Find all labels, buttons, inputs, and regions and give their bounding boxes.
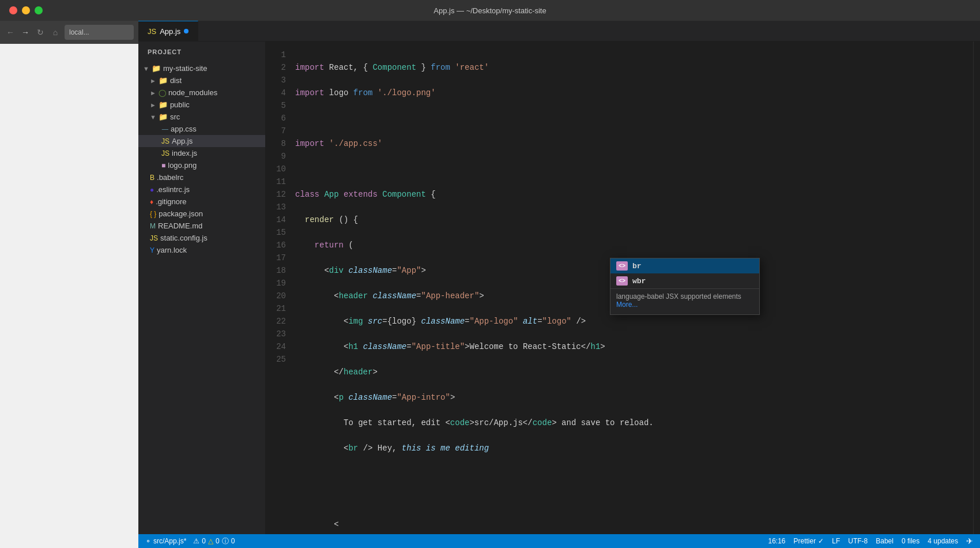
sidebar-item-node-modules[interactable]: ► ◯ node_modules xyxy=(138,87,265,99)
json-file-icon: { } xyxy=(150,210,156,218)
folder-label: src xyxy=(170,112,180,121)
code-editor[interactable]: 12345 678910 1112131415 1617181920 21222… xyxy=(265,42,980,534)
maximize-button[interactable] xyxy=(35,6,43,14)
file-label: yarn.lock xyxy=(157,246,187,254)
js-file-icon: JS xyxy=(148,27,156,36)
status-left: ⚬ src/App.js* ⚠ 0 △ 0 ⓘ 0 xyxy=(145,536,235,546)
browser-reload-button[interactable]: ↻ xyxy=(35,27,46,38)
code-line-15: To get started, edit <code>src/App.js</c… xyxy=(295,416,973,429)
code-line-14: <p className="App-intro"> xyxy=(295,391,973,404)
autocomplete-item-icon: <> xyxy=(616,261,628,271)
status-eol[interactable]: LF xyxy=(832,537,840,545)
autocomplete-more-link[interactable]: More... xyxy=(616,301,638,309)
sidebar-item-babelrc[interactable]: B .babelrc xyxy=(138,171,265,183)
tab-app-js[interactable]: JS App.js xyxy=(138,21,198,42)
autocomplete-detail: language-babel JSX supported elements Mo… xyxy=(610,288,759,314)
status-prettier[interactable]: Prettier ✓ xyxy=(794,537,824,545)
autocomplete-item-wbr[interactable]: <> wbr xyxy=(610,273,759,288)
file-label: static.config.js xyxy=(160,234,208,242)
info-count: 0 xyxy=(231,537,235,545)
folder-label: my-static-site xyxy=(163,64,208,73)
window-title: App.js — ~/Desktop/my-static-site xyxy=(434,6,546,15)
file-label: .gitignore xyxy=(156,197,186,206)
warning-count: 0 xyxy=(216,537,220,545)
file-label: .babelrc xyxy=(157,173,183,182)
status-encoding[interactable]: UTF-8 xyxy=(848,537,868,545)
file-label: .eslintrc.js xyxy=(156,185,190,194)
minimize-button[interactable] xyxy=(22,6,30,14)
browser-home-button[interactable]: ⌂ xyxy=(50,27,61,38)
folder-label: node_modules xyxy=(168,88,217,97)
status-updates[interactable]: 4 updates xyxy=(928,537,958,545)
status-files[interactable]: 0 files xyxy=(902,537,919,545)
autocomplete-item-label: br xyxy=(632,262,642,271)
file-tree: ▼ 📁 my-static-site ► 📁 dist ► xyxy=(138,60,265,534)
code-line-11: <img src={logo} className="App-logo" alt… xyxy=(295,315,973,328)
code-line-17 xyxy=(295,467,973,480)
code-line-7: render () { xyxy=(295,213,973,226)
position-label: 16:16 xyxy=(768,537,785,545)
minimap xyxy=(973,42,980,534)
sidebar-item-logo-png[interactable]: ■ logo.png xyxy=(138,159,265,171)
sidebar-item-my-static-site[interactable]: ▼ 📁 my-static-site xyxy=(138,62,265,74)
folder-icon: 📁 xyxy=(159,76,168,85)
code-line-6: class App extends Component { xyxy=(295,188,973,201)
sidebar-item-package-json[interactable]: { } package.json xyxy=(138,208,265,220)
sidebar-item-static-config[interactable]: JS static.config.js xyxy=(138,232,265,244)
autocomplete-dropdown[interactable]: <> br <> wbr language-babel JSX supporte… xyxy=(610,258,760,315)
main-container: ← → ↻ ⌂ local... JS App.js Project xyxy=(0,21,980,548)
git-icon: ✈ xyxy=(966,536,973,546)
sidebar-item-yarn-lock[interactable]: Y yarn.lock xyxy=(138,244,265,256)
status-language[interactable]: Babel xyxy=(876,537,894,545)
node-modules-icon: ◯ xyxy=(159,89,166,97)
language-label: Babel xyxy=(876,537,894,545)
tab-modified-indicator xyxy=(184,29,189,33)
code-line-3 xyxy=(295,112,973,125)
close-button[interactable] xyxy=(9,6,17,14)
chevron-right-icon: ► xyxy=(150,102,156,108)
browser-forward-button[interactable]: → xyxy=(20,27,31,38)
info-icon: ⓘ xyxy=(222,536,229,546)
png-file-icon: ■ xyxy=(161,162,165,170)
sidebar-item-eslintrc[interactable]: ● .eslintrc.js xyxy=(138,183,265,196)
status-position[interactable]: 16:16 xyxy=(768,537,785,545)
sidebar-item-app-js[interactable]: JS App.js xyxy=(138,135,265,147)
sidebar-item-app-css[interactable]: ⸻ app.css xyxy=(138,123,265,135)
editor-body: Project ▼ 📁 my-static-site ► 📁 dis xyxy=(138,42,980,534)
eol-label: LF xyxy=(832,537,840,545)
status-git-icon[interactable]: ✈ xyxy=(966,536,973,546)
status-branch[interactable]: ⚬ src/App.js* xyxy=(145,537,186,545)
yarn-file-icon: Y xyxy=(150,246,154,254)
babel-file-icon: B xyxy=(150,174,154,182)
folder-icon: 📁 xyxy=(159,100,168,109)
sidebar-item-readme[interactable]: M README.md xyxy=(138,220,265,232)
sidebar-item-index-js[interactable]: JS index.js xyxy=(138,147,265,159)
css-file-icon: ⸻ xyxy=(161,125,168,133)
code-line-2: import logo from './logo.png' xyxy=(295,87,973,99)
browser-back-button[interactable]: ← xyxy=(5,27,16,38)
browser-toolbar: ← → ↻ ⌂ local... xyxy=(0,21,138,44)
sidebar-item-public[interactable]: ► 📁 public xyxy=(138,99,265,111)
git-file-icon: ♦ xyxy=(150,198,153,206)
tab-bar: JS App.js xyxy=(138,21,980,42)
code-line-19: < xyxy=(295,518,973,531)
folder-label: dist xyxy=(170,76,182,85)
file-label: logo.png xyxy=(168,161,197,170)
status-right: 16:16 Prettier ✓ LF UTF-8 Babel 0 files xyxy=(768,536,973,546)
editor-container: JS App.js Project ▼ 📁 my-static-site xyxy=(138,21,980,548)
code-line-18 xyxy=(295,493,973,505)
folder-label: public xyxy=(170,100,190,109)
status-errors[interactable]: ⚠ 0 △ 0 ⓘ 0 xyxy=(193,536,235,546)
file-label: app.css xyxy=(171,125,197,133)
error-count: 0 xyxy=(202,537,206,545)
sidebar-item-src[interactable]: ▼ 📁 src xyxy=(138,111,265,123)
autocomplete-item-br[interactable]: <> br xyxy=(610,258,759,273)
sidebar-item-gitignore[interactable]: ♦ .gitignore xyxy=(138,196,265,208)
code-line-13: </header> xyxy=(295,366,973,378)
checkmark-icon: ✓ xyxy=(818,537,824,545)
md-file-icon: M xyxy=(150,222,156,230)
js-file-icon: JS xyxy=(161,149,169,157)
chevron-right-icon: ► xyxy=(150,89,156,96)
browser-url-bar[interactable]: local... xyxy=(65,25,134,40)
sidebar-item-dist[interactable]: ► 📁 dist xyxy=(138,74,265,87)
